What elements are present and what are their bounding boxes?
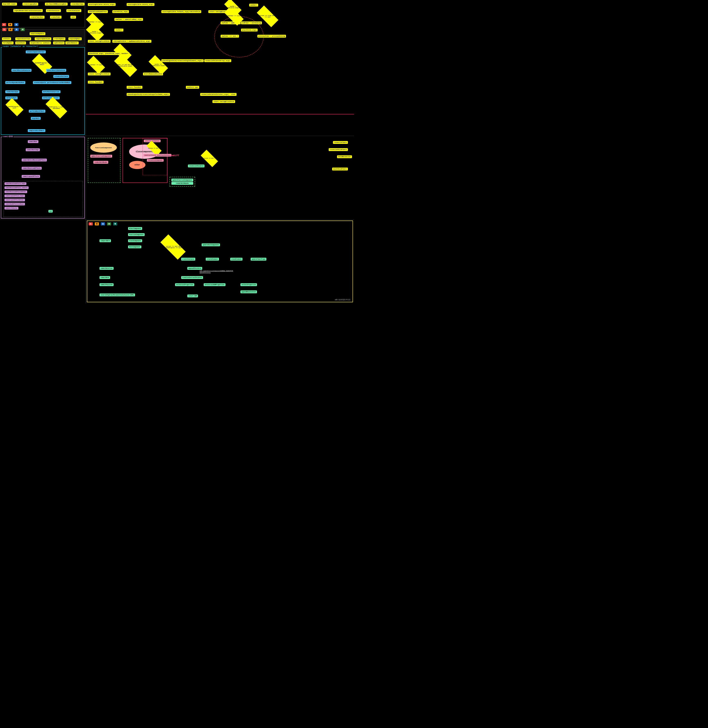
node-renderWithHooks: renderWithHooks [93,161,108,164]
node-deferRoot: deferRootConcurrent [42,90,61,93]
node-enqueueUpdate: enqueueUpdate [68,38,82,40]
bottom-labels: 红 橙 蓝 绿 青 [88,222,118,226]
label-rfc-green: 绿 [20,28,25,31]
node-layout-onFiber: commitLayoutEffectOnFiber [4,199,25,201]
label-rfc-orange: 橙 [9,28,13,31]
node-placeChild-multi: placeChild(_args), placeChild(_args), ne… [88,52,129,55]
node-createlegacyroot: createLegacyRoot [22,3,38,6]
node-deleteRemains: deleteRemainsChildren [143,73,163,76]
node-init: init [71,16,76,19]
node-scheduleUpdate: scheduleUpdateOnFiber [26,51,46,53]
node-completeUnitOfWork: completeUnitOfWork [28,129,45,132]
node-new-reactdom: new ReactDOMBlockingRoot [45,3,68,6]
node-createUpdate: createUpdate [53,38,65,40]
node-performSync: performSyncWorkOnRoot [5,81,25,84]
node-updateProps: updateFiberProps [251,258,266,260]
node-createElement: createElement [206,258,219,260]
node-createfiberroot: createFiberRoot [30,16,45,19]
diamond-instance: instance === null ? [147,145,161,152]
node-ensure1: ensureRootIsScheduled [12,69,32,72]
watermark: @横小超前端技术社区 [335,299,351,301]
note-updateFunc: 注意：updateFunctionComponent的函数是 渲染组件时将app… [200,270,241,273]
node-useState: useState [42,42,51,44]
node-hookEffect: commitHookEffectListMount [4,203,25,205]
node-previousFiber: previousFiber = previousSibling [257,35,286,38]
node-mutation-begin: commitMutationEffects_begin [4,182,26,185]
node-setState: setState [2,38,11,40]
node-mountChildFibers: mountChildFibers [332,168,348,170]
node-updateFunc: updateFunctionComponent [90,155,112,158]
node-forceUpdate: forceUpdate [2,42,13,44]
node-updateHostComp: updateHostComponent [202,243,220,246]
node-createcontainer2: createContainer [67,9,81,12]
scheduler-label: render [scheduler && reconciler] [2,46,39,48]
diamond-current-null: current === null ? [201,154,218,163]
node-reconcileChildren: reconcileChildren [188,164,205,167]
diamond-newfiber1: newFiber !== null [87,17,103,26]
render-labels: 红 橙 蓝 [1,23,19,26]
node-return-place2: return PlaceAent [127,86,142,89]
node-reactdom-render: ReactDOM.render [2,3,17,6]
bottom-render-area: 红 橙 蓝 绿 青 OtherComponent FunctionCompone… [87,221,353,302]
node-commitPassive: commitPassiveH [100,283,113,286]
node-createrootimpl: createRootImpl [71,3,84,6]
node-funcComp: FunctionComponent [128,233,145,236]
node-mutation-onFiber: commitMutationEffectsOnFiber [4,190,27,193]
oval-function-component: FunctionComponent [90,142,117,153]
node-renderRootSync: renderRootSync [5,90,19,93]
bottom-section: 红 橙 蓝 绿 青 OtherComponent FunctionCompone… [0,219,354,303]
reconciler-area: existingChildren.delete(_args) existingC… [86,0,354,115]
func-component-section: FunctionComponent updateFunctionComponen… [88,138,120,183]
node-layout-begin: commitLayoutEffects_begin [4,195,25,197]
class-component-section: ClassComponent other updateClassComponen… [123,138,167,183]
diamond-oldFiber2: oldFiber !== null && newIdx < newChildre… [115,60,137,71]
node-return-routing2: return routingFirstChild [88,40,110,43]
node-returnDom: return DOM [187,295,198,297]
right-panel: existingChildren.delete(_args) existingC… [86,0,354,136]
node-oldFiber-next: oldFiber = nextSibling [241,22,262,24]
node-updateFromMap: newFiber = updateFromMap(_args) [115,18,143,21]
node-appendReal: appendRealContent [241,291,257,293]
node-commitRootImpl: commitRootImpl [26,148,40,151]
node-placeSingleText: placeSingleChild(reconcileSingleTextNode… [127,93,170,96]
node-setInitialProps: setInitialProperties [175,283,194,286]
node-childReconciler: ChildReconciler [337,155,352,158]
node-mountState: mountState [15,42,26,44]
node-return-routing3: return routingFirstChild [88,73,110,76]
node-classComp: ClassComponent [128,239,142,242]
node-existing-delete1: existingChildren.delete(_args) [88,3,116,6]
node-performUnitOfWork: performUnitOfWork [29,110,45,113]
node-siblingChildren: siblingChildren = mapRemainsChildren(_ar… [112,40,151,43]
diamond-wp-null: workInProgress == null? [6,103,23,112]
label-rfc-blue: 蓝 [15,28,19,31]
top-section: ReactDOM.render createLegacyRoot new Rea… [0,0,354,136]
commit-inner-box: commitMutationEffects_begin commitMutati… [3,181,83,217]
node-scheduleCallback: scheduleCallback [53,75,69,78]
node-setInitProps: setInitProperties [241,283,257,286]
middle-section: commit阶段 commitRoot commitRootImpl commi… [0,136,354,219]
node-updateReducer: updateReducer [65,42,78,44]
node-appendV: appendVChildren [187,267,202,270]
diamond-wp-notnull: workInProgress != null && shouldEnd? [46,103,67,113]
node-finalizeInitial: finalizeInitialChildren [181,276,203,279]
label-orange-1: 橙 [8,23,12,26]
main-container: ReactDOM.render createLegacyRoot new Rea… [0,0,354,303]
node-hostComp: HostComponent [128,246,141,248]
commit-section: commit阶段 commitRoot commitRootImpl commi… [1,137,85,218]
node-renderWithHooks2: renderWithHooks [171,182,193,185]
label-bottom-teal: 青 [113,222,117,225]
func-class-box: updateFunctionComponent renderWithHooks [170,177,195,187]
commit-label: commit阶段 [2,135,13,138]
node-existing-delete2: existingChildren.delete(_args) [127,3,154,6]
render-top-area: ReactDOM.render createLegacyRoot new Rea… [1,1,85,28]
node-legacy-render: legacyRenderSubtreeIntoContainer [13,9,43,12]
node-commitLifeCycles: commitLifeCycles [4,207,18,209]
node-end: end [48,210,53,212]
render-scheduler-section: render [scheduler && reconciler] schedul… [1,47,85,135]
node-commitLayout: commitLayoutEffects [22,175,40,178]
node-createInstance: createInstance [181,258,195,260]
node-requestUpdateLane: requestUpdateLane [35,38,51,40]
node-mutation-complete: commitMutationEffects_complete [4,186,29,189]
node-commitMutation: commitMutationEffects [22,167,42,170]
label-blue-1: 蓝 [14,23,18,26]
